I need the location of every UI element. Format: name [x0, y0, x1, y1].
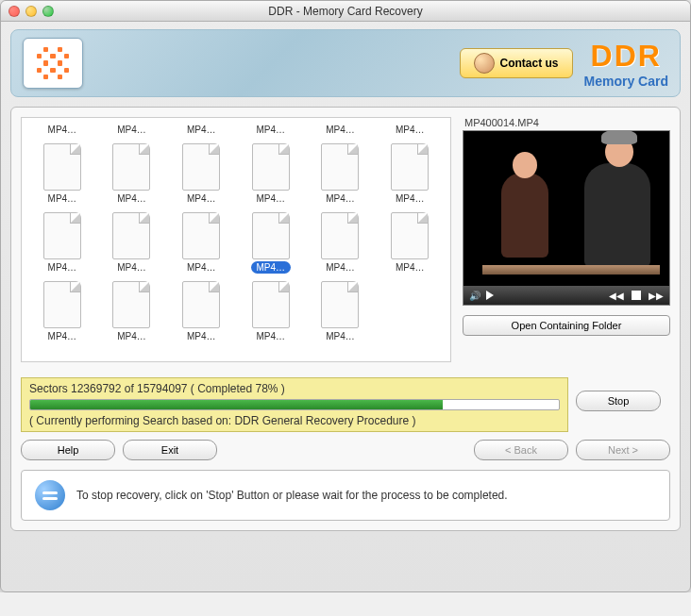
- contact-us-label: Contact us: [500, 57, 559, 70]
- file-label: MP4…: [111, 330, 152, 342]
- stop-button[interactable]: Stop: [576, 391, 661, 411]
- file-label: MP4…: [251, 192, 292, 205]
- person-icon: [474, 53, 495, 74]
- file-item[interactable]: MP4…: [308, 142, 374, 207]
- file-label: MP4…: [111, 261, 152, 274]
- brand-block: DDR Memory Card: [584, 39, 668, 89]
- volume-icon[interactable]: 🔊: [469, 291, 479, 300]
- file-item[interactable]: MP4…: [377, 142, 443, 207]
- file-label: MP4…: [251, 124, 292, 136]
- brand-title: DDR: [584, 39, 668, 74]
- file-label: MP4…: [42, 124, 83, 136]
- contact-us-button[interactable]: Contact us: [460, 48, 573, 78]
- file-label: MP4…: [111, 192, 152, 205]
- file-item[interactable]: MP4…: [238, 142, 304, 207]
- hint-text: To stop recovery, click on 'Stop' Button…: [76, 489, 508, 502]
- file-item[interactable]: MP4…: [308, 279, 374, 344]
- file-item[interactable]: MP4…: [29, 142, 95, 207]
- file-label: MP4…: [42, 261, 83, 274]
- file-item[interactable]: MP4…: [308, 210, 374, 275]
- window-title: DDR - Memory Card Recovery: [54, 5, 637, 18]
- file-label: MP4…: [320, 330, 361, 342]
- file-icon: [112, 143, 150, 191]
- zoom-button[interactable]: [42, 6, 54, 17]
- exit-button[interactable]: Exit: [123, 440, 217, 460]
- file-item[interactable]: MP4…: [238, 210, 304, 275]
- file-item[interactable]: MP4…: [308, 122, 374, 138]
- file-label: MP4…: [390, 261, 430, 274]
- back-button[interactable]: < Back: [474, 440, 568, 460]
- video-frame: [463, 131, 669, 305]
- file-icon: [252, 143, 290, 191]
- preview-filename: MP400014.MP4: [463, 117, 670, 128]
- file-icon: [252, 212, 290, 259]
- file-icon: [252, 281, 290, 328]
- progress-bar: [29, 399, 560, 410]
- file-label: MP4…: [42, 192, 83, 205]
- rewind-icon[interactable]: ◀◀: [609, 291, 624, 301]
- app-window: DDR - Memory Card Recovery Contact us DD…: [0, 0, 691, 592]
- file-item[interactable]: MP4…: [168, 279, 234, 344]
- video-controls: 🔊 ◀◀ ▶▶: [463, 286, 669, 305]
- file-item[interactable]: MP4…: [29, 122, 95, 138]
- preview-column: MP400014.MP4 🔊 ◀◀: [463, 117, 670, 362]
- file-label: MP4…: [181, 330, 222, 342]
- file-icon: [391, 212, 429, 259]
- file-item[interactable]: MP4…: [238, 279, 304, 344]
- file-label: MP4…: [251, 330, 292, 342]
- app-logo: [23, 38, 83, 89]
- play-icon[interactable]: [486, 291, 494, 300]
- file-label: MP4…: [320, 261, 361, 274]
- file-icon: [112, 212, 150, 259]
- file-icon: [43, 143, 81, 191]
- open-containing-folder-button[interactable]: Open Containing Folder: [463, 315, 670, 336]
- file-item[interactable]: MP4…: [377, 122, 443, 138]
- file-icon: [182, 281, 220, 328]
- file-item[interactable]: MP4…: [377, 210, 443, 275]
- main-panel: MP4…MP4…MP4…MP4…MP4…MP4…MP4…MP4…MP4…MP4……: [10, 107, 681, 531]
- video-preview[interactable]: 🔊 ◀◀ ▶▶: [463, 130, 670, 306]
- file-item[interactable]: MP4…: [99, 122, 165, 138]
- next-button[interactable]: Next >: [576, 440, 670, 460]
- file-item[interactable]: MP4…: [168, 210, 234, 275]
- file-icon: [321, 212, 359, 259]
- file-icon: [321, 143, 359, 191]
- brand-subtitle: Memory Card: [584, 74, 668, 89]
- file-item[interactable]: MP4…: [29, 279, 95, 344]
- progress-sectors-text: Sectors 12369792 of 15794097 ( Completed…: [29, 382, 560, 395]
- close-button[interactable]: [8, 6, 20, 17]
- file-item[interactable]: MP4…: [238, 122, 304, 138]
- file-label: MP4…: [320, 124, 361, 136]
- file-item[interactable]: MP4…: [29, 210, 95, 275]
- traffic-lights: [8, 6, 54, 17]
- minimize-button[interactable]: [25, 6, 37, 17]
- file-label: MP4…: [111, 124, 152, 136]
- file-item[interactable]: MP4…: [168, 142, 234, 207]
- file-icon: [321, 281, 359, 328]
- forward-icon[interactable]: ▶▶: [649, 291, 664, 301]
- file-label: MP4…: [42, 330, 83, 342]
- titlebar: DDR - Memory Card Recovery: [1, 1, 690, 22]
- wizard-buttons: Help Exit < Back Next >: [21, 440, 670, 460]
- file-icon: [182, 212, 220, 259]
- file-item[interactable]: MP4…: [168, 122, 234, 138]
- help-button[interactable]: Help: [21, 440, 115, 460]
- header-banner: Contact us DDR Memory Card: [10, 29, 681, 97]
- file-icon: [43, 281, 81, 328]
- file-label: MP4…: [181, 192, 222, 205]
- file-label: MP4…: [251, 261, 292, 274]
- file-label: MP4…: [181, 261, 222, 274]
- progress-mode-text: ( Currently performing Search based on: …: [29, 414, 560, 427]
- file-item[interactable]: MP4…: [99, 142, 165, 207]
- file-label: MP4…: [390, 124, 430, 136]
- file-icon: [43, 212, 81, 259]
- info-icon: [35, 480, 65, 510]
- file-icon: [182, 143, 220, 191]
- file-item[interactable]: MP4…: [99, 279, 165, 344]
- file-label: MP4…: [390, 192, 430, 205]
- hint-box: To stop recovery, click on 'Stop' Button…: [21, 470, 670, 521]
- progress-panel: Sectors 12369792 of 15794097 ( Completed…: [21, 377, 568, 432]
- file-item[interactable]: MP4…: [99, 210, 165, 275]
- file-grid[interactable]: MP4…MP4…MP4…MP4…MP4…MP4…MP4…MP4…MP4…MP4……: [21, 117, 451, 362]
- stop-icon[interactable]: [632, 291, 641, 300]
